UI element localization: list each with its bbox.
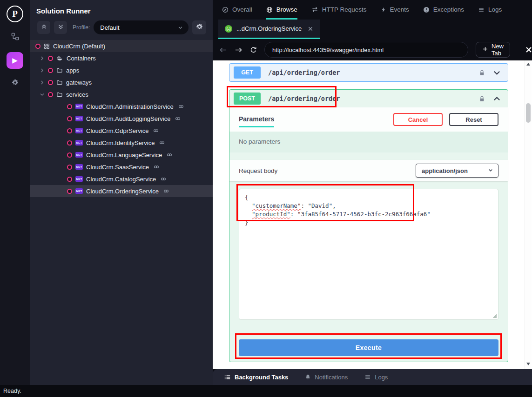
- left-icon-rail: P ▶: [0, 0, 30, 385]
- tree-item-label: CloudCrm.CatalogService: [86, 176, 156, 183]
- tree-item-label: CloudCrm.AuditLoggingService: [86, 115, 170, 122]
- lines-icon: [478, 7, 485, 13]
- lock-icon[interactable]: [479, 69, 485, 76]
- tab-label: HTTP Requests: [322, 6, 367, 13]
- spellcheck-squiggle-text: "productId": [252, 211, 290, 218]
- run-view-button[interactable]: ▶: [7, 52, 23, 69]
- tab-overall[interactable]: Overall: [222, 0, 252, 20]
- double-chevron-up-icon: [41, 23, 47, 32]
- vertical-scrollbar[interactable]: [525, 60, 532, 369]
- lock-icon[interactable]: [479, 95, 485, 102]
- post-operation-header[interactable]: POST /api/ordering/order: [229, 90, 508, 107]
- tree-item-label: CloudCrm.IdentityService: [86, 139, 155, 146]
- back-button[interactable]: [219, 46, 227, 53]
- tree-item-cloudcrm-catalogservice[interactable]: NETCloudCrm.CatalogService: [30, 173, 213, 185]
- tree-item-cloudcrm-administrationservice[interactable]: NETCloudCrm.AdministrationService: [30, 100, 213, 112]
- get-operation-block: GET /api/ordering/order: [229, 63, 508, 82]
- collapse-chevron-icon[interactable]: [492, 94, 501, 103]
- tree-item-cloudcrm-auditloggingservice[interactable]: NETCloudCrm.AuditLoggingService: [30, 112, 213, 125]
- solution-tree: CloudCrm (Default)Containersappsgateways…: [30, 40, 213, 197]
- scroll-down-arrow[interactable]: [526, 363, 530, 365]
- tab-events[interactable]: Events: [381, 0, 409, 20]
- refresh-button[interactable]: [250, 46, 257, 53]
- chevron-down-icon: [178, 25, 183, 30]
- no-parameters-text: No parameters: [229, 132, 508, 152]
- tab-logs[interactable]: Logs: [478, 0, 502, 20]
- chevron-right-icon[interactable]: [39, 68, 45, 73]
- expand-chevron-icon[interactable]: [492, 68, 501, 77]
- tree-item-gateways[interactable]: gateways: [30, 76, 213, 88]
- bottom-bar-background-tasks[interactable]: Background Tasks: [224, 374, 288, 381]
- get-operation-path: /api/ordering/order: [268, 69, 479, 76]
- tree-item-label: CloudCrm.GdprService: [86, 127, 148, 134]
- close-all-tabs-icon[interactable]: [525, 46, 532, 53]
- url-input[interactable]: [265, 46, 468, 53]
- tree-item-cloudcrm-languageservice[interactable]: NETCloudCrm.LanguageService: [30, 149, 213, 161]
- code-line: }: [245, 218, 492, 227]
- reset-button[interactable]: Reset: [449, 113, 498, 126]
- tree-item-apps[interactable]: apps: [30, 64, 213, 76]
- parameters-actions: Cancel Reset: [393, 113, 498, 126]
- play-icon: ▶: [12, 56, 18, 65]
- link-icon[interactable]: [166, 152, 173, 158]
- get-operation-header[interactable]: GET /api/ordering/order: [229, 64, 508, 81]
- tree-item-cloudcrm-default[interactable]: CloudCrm (Default): [30, 40, 213, 52]
- bottom-bar-logs[interactable]: Logs: [364, 374, 388, 381]
- profile-dropdown[interactable]: Default: [94, 20, 189, 34]
- post-operation-path: /api/ordering/order: [268, 95, 479, 102]
- link-icon[interactable]: [163, 188, 169, 194]
- browser-tab-orderingservice[interactable]: {..} ...dCrm.OrderingService: [218, 20, 320, 39]
- tree-item-label: CloudCrm (Default): [53, 43, 105, 50]
- bottom-bar-label: Logs: [375, 374, 388, 381]
- scrollbar-thumb[interactable]: [526, 103, 531, 123]
- replica-status-icon: [67, 165, 72, 170]
- tree-item-label: CloudCrm.AdministrationService: [86, 103, 174, 110]
- new-tab-button[interactable]: New Tab: [476, 42, 510, 58]
- tree-item-cloudcrm-identityservice[interactable]: NETCloudCrm.IdentityService: [30, 137, 213, 149]
- replica-status-icon: [48, 56, 53, 61]
- chevron-down-icon[interactable]: [39, 92, 45, 97]
- tree-item-cloudcrm-saasservice[interactable]: NETCloudCrm.SaasService: [30, 161, 213, 173]
- tree-item-label: CloudCrm.SaasService: [86, 164, 149, 171]
- link-icon[interactable]: [160, 176, 167, 182]
- request-body-editor[interactable]: { "customerName": "David", "productId": …: [239, 189, 498, 320]
- bottom-tool-bar: Background TasksNotificationsLogs: [213, 369, 532, 385]
- tree-item-cloudcrm-gdprservice[interactable]: NETCloudCrm.GdprService: [30, 125, 213, 137]
- execute-button[interactable]: Execute: [239, 339, 498, 356]
- replica-status-icon: [67, 128, 72, 133]
- folder-icon: [56, 79, 63, 86]
- close-tab-icon[interactable]: [308, 26, 313, 32]
- expand-all-button[interactable]: [54, 21, 67, 34]
- bottom-bar-notifications[interactable]: Notifications: [305, 374, 348, 381]
- replica-status-icon: [67, 177, 72, 182]
- chevron-right-icon[interactable]: [39, 80, 45, 85]
- tab-label: Logs: [488, 6, 502, 13]
- cancel-button[interactable]: Cancel: [393, 113, 443, 126]
- request-body-header: Request body application/json: [229, 160, 508, 181]
- forward-button[interactable]: [235, 46, 242, 53]
- hierarchy-view-icon[interactable]: [7, 29, 23, 46]
- tab-browse[interactable]: Browse: [266, 0, 297, 20]
- bottom-bar-label: Notifications: [315, 374, 348, 381]
- content-type-select[interactable]: application/json: [416, 164, 498, 178]
- docker-icon: [56, 55, 63, 61]
- parameters-title: Parameters: [239, 115, 274, 127]
- chevron-right-icon[interactable]: [39, 56, 45, 61]
- tree-item-cloudcrm-orderingservice[interactable]: NETCloudCrm.OrderingService: [30, 185, 213, 197]
- content-type-value: application/json: [422, 167, 468, 174]
- scroll-up-arrow[interactable]: [526, 63, 530, 66]
- tree-item-containers[interactable]: Containers: [30, 52, 213, 64]
- link-icon[interactable]: [159, 140, 165, 146]
- link-icon[interactable]: [153, 164, 160, 170]
- profile-settings-button[interactable]: [192, 20, 206, 34]
- link-icon[interactable]: [153, 128, 159, 133]
- collapse-all-button[interactable]: [37, 21, 50, 34]
- link-icon[interactable]: [178, 104, 184, 109]
- request-body-label: Request body: [239, 167, 277, 174]
- tree-item-services[interactable]: services: [30, 88, 213, 100]
- settings-button[interactable]: [7, 75, 23, 92]
- tab-exceptions[interactable]: Exceptions: [423, 0, 464, 20]
- link-icon[interactable]: [175, 116, 181, 121]
- tab-http-requests[interactable]: HTTP Requests: [311, 0, 367, 20]
- tree-item-label: gateways: [66, 79, 92, 86]
